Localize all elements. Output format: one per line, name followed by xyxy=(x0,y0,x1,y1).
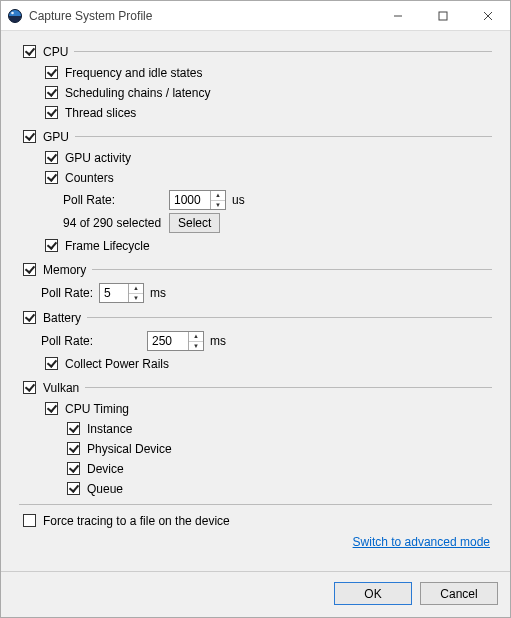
vulkan-instance-label: Instance xyxy=(87,422,132,436)
memory-label: Memory xyxy=(43,263,86,277)
memory-poll-label: Poll Rate: xyxy=(41,286,93,300)
vulkan-physdev-checkbox[interactable] xyxy=(67,442,80,455)
vulkan-cputiming-label: CPU Timing xyxy=(65,402,129,416)
spinner-up-icon[interactable]: ▲ xyxy=(189,332,203,342)
cpu-checkbox[interactable] xyxy=(23,45,36,58)
memory-poll-spinner[interactable]: ▲▼ xyxy=(99,283,144,303)
memory-poll-input[interactable] xyxy=(100,284,128,302)
divider xyxy=(75,136,492,137)
window-title: Capture System Profile xyxy=(29,9,375,23)
battery-section: Battery Poll Rate: ▲▼ ms Collect Power R… xyxy=(19,307,492,373)
content-area: CPU Frequency and idle states Scheduling… xyxy=(1,31,510,571)
vulkan-label: Vulkan xyxy=(43,381,79,395)
titlebar: Capture System Profile xyxy=(1,1,510,31)
gpu-label: GPU xyxy=(43,130,69,144)
gpu-counters-checkbox[interactable] xyxy=(45,171,58,184)
vulkan-physdev-label: Physical Device xyxy=(87,442,172,456)
vulkan-instance-checkbox[interactable] xyxy=(67,422,80,435)
minimize-button[interactable] xyxy=(375,1,420,31)
ok-button[interactable]: OK xyxy=(334,582,412,605)
spinner-down-icon[interactable]: ▼ xyxy=(129,294,143,303)
cpu-freq-label: Frequency and idle states xyxy=(65,66,202,80)
cpu-section: CPU Frequency and idle states Scheduling… xyxy=(19,41,492,122)
divider xyxy=(85,387,492,388)
force-trace-checkbox[interactable] xyxy=(23,514,36,527)
spinner-up-icon[interactable]: ▲ xyxy=(129,284,143,294)
gpu-section: GPU GPU activity Counters Poll Rate: ▲▼ … xyxy=(19,126,492,255)
close-button[interactable] xyxy=(465,1,510,31)
gpu-activity-label: GPU activity xyxy=(65,151,131,165)
memory-poll-unit: ms xyxy=(150,286,166,300)
gpu-poll-input[interactable] xyxy=(170,191,210,209)
divider xyxy=(92,269,492,270)
vulkan-cputiming-checkbox[interactable] xyxy=(45,402,58,415)
cpu-freq-checkbox[interactable] xyxy=(45,66,58,79)
cpu-sched-label: Scheduling chains / latency xyxy=(65,86,210,100)
gpu-poll-unit: us xyxy=(232,193,245,207)
gpu-activity-checkbox[interactable] xyxy=(45,151,58,164)
battery-poll-input[interactable] xyxy=(148,332,188,350)
svg-point-1 xyxy=(11,11,14,14)
spinner-up-icon[interactable]: ▲ xyxy=(211,191,225,201)
battery-rails-checkbox[interactable] xyxy=(45,357,58,370)
gpu-counters-label: Counters xyxy=(65,171,114,185)
battery-poll-label: Poll Rate: xyxy=(41,334,141,348)
memory-section: Memory Poll Rate: ▲▼ ms xyxy=(19,259,492,303)
gpu-poll-label: Poll Rate: xyxy=(63,193,163,207)
battery-poll-unit: ms xyxy=(210,334,226,348)
spinner-down-icon[interactable]: ▼ xyxy=(189,342,203,351)
advanced-mode-link[interactable]: Switch to advanced mode xyxy=(353,535,490,549)
cpu-label: CPU xyxy=(43,45,68,59)
battery-poll-spinner[interactable]: ▲▼ xyxy=(147,331,204,351)
battery-checkbox[interactable] xyxy=(23,311,36,324)
divider xyxy=(19,504,492,505)
cpu-sched-checkbox[interactable] xyxy=(45,86,58,99)
gpu-frame-label: Frame Lifecycle xyxy=(65,239,150,253)
vulkan-section: Vulkan CPU Timing Instance Physical Devi… xyxy=(19,377,492,498)
vulkan-device-label: Device xyxy=(87,462,124,476)
divider xyxy=(74,51,492,52)
window: Capture System Profile CPU Frequency and… xyxy=(0,0,511,618)
svg-rect-3 xyxy=(439,12,447,20)
force-trace-label: Force tracing to a file on the device xyxy=(43,514,230,528)
battery-label: Battery xyxy=(43,311,81,325)
vulkan-queue-checkbox[interactable] xyxy=(67,482,80,495)
app-icon xyxy=(7,8,23,24)
gpu-select-button[interactable]: Select xyxy=(169,213,220,233)
battery-rails-label: Collect Power Rails xyxy=(65,357,169,371)
gpu-selected-text: 94 of 290 selected xyxy=(63,216,163,230)
divider xyxy=(87,317,492,318)
maximize-button[interactable] xyxy=(420,1,465,31)
vulkan-checkbox[interactable] xyxy=(23,381,36,394)
vulkan-queue-label: Queue xyxy=(87,482,123,496)
gpu-checkbox[interactable] xyxy=(23,130,36,143)
button-bar: OK Cancel xyxy=(1,571,510,617)
spinner-down-icon[interactable]: ▼ xyxy=(211,201,225,210)
vulkan-device-checkbox[interactable] xyxy=(67,462,80,475)
cpu-slices-label: Thread slices xyxy=(65,106,136,120)
cancel-button[interactable]: Cancel xyxy=(420,582,498,605)
gpu-poll-spinner[interactable]: ▲▼ xyxy=(169,190,226,210)
cpu-slices-checkbox[interactable] xyxy=(45,106,58,119)
gpu-frame-checkbox[interactable] xyxy=(45,239,58,252)
memory-checkbox[interactable] xyxy=(23,263,36,276)
